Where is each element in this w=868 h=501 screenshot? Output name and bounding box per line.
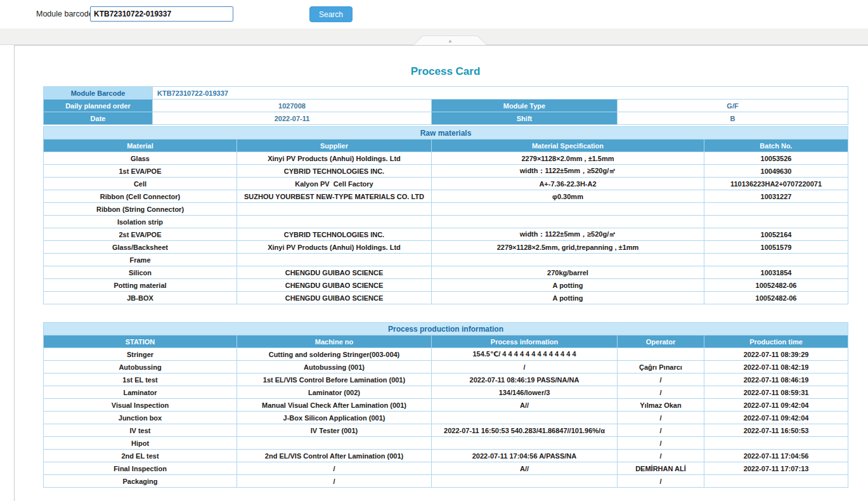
column-header: Process information <box>432 335 618 348</box>
table-cell <box>704 216 848 228</box>
table-cell: 110136223HA2+0707220071 <box>704 178 848 190</box>
column-header: Material Specification <box>432 140 704 152</box>
table-cell: A// <box>432 462 618 475</box>
table-cell: 2279×1128×2.0mm , ±1.5mm <box>432 152 704 165</box>
table-cell: / <box>618 412 704 424</box>
table-cell <box>432 254 704 266</box>
table-cell: Hipot <box>44 437 237 450</box>
table-cell: 2279×1128×2.5mm, grid,trepanning , ±1mm <box>432 241 704 254</box>
table-row: SiliconCHENGDU GUIBAO SCIENCE270kg/barre… <box>44 266 848 279</box>
table-cell <box>237 437 432 450</box>
table-cell: IV Tester (001) <box>237 424 432 437</box>
table-cell: 10052482-06 <box>704 279 848 292</box>
table-cell: 10053526 <box>704 152 848 165</box>
column-header: Machine no <box>237 335 432 348</box>
table-cell: A potting <box>432 292 704 304</box>
table-cell: JB-BOX <box>44 292 237 304</box>
table-header-row: STATIONMachine noProcess informationOper… <box>44 335 848 348</box>
table-cell: Çağrı Pınarcı <box>618 361 704 374</box>
table-row: 1st EL test1st EL/VIS Control Before Lam… <box>44 374 848 386</box>
table-cell: SUZHOU YOURBEST NEW-TYPE MATERIALS CO. L… <box>237 190 432 203</box>
table-cell: 2022-07-11 17:04:56 <box>704 450 848 462</box>
table-cell: Glass <box>44 152 237 165</box>
table-cell: CHENGDU GUIBAO SCIENCE <box>237 292 432 304</box>
table-cell: 10052164 <box>704 228 848 241</box>
table-cell: Isolation strip <box>44 216 237 228</box>
table-cell: 2022-07-11 16:50:53 <box>704 424 848 437</box>
table-row: Date 2022-07-11 Shift B <box>44 112 848 125</box>
table-cell: 2022-07-11 08:46:19 PASS/NA/NA <box>432 374 618 386</box>
table-cell: 2022-07-11 09:42:04 <box>704 399 848 412</box>
table-cell: / <box>618 475 704 488</box>
table-cell: 2022-07-11 08:42:19 <box>704 361 848 374</box>
table-cell: J-Box Silicon Application (001) <box>237 412 432 424</box>
raw-materials-rows: GlassXinyi PV Products (Anhui) Holdings.… <box>44 152 848 304</box>
table-cell: Kalyon PV Cell Factory <box>237 178 432 190</box>
module-info-table: Module Barcode KTB72310722-019337 Daily … <box>43 86 848 125</box>
table-cell: 2022-07-11 08:46:19 <box>704 374 848 386</box>
shift-label: Shift <box>432 112 618 125</box>
table-cell: CHENGDU GUIBAO SCIENCE <box>237 266 432 279</box>
table-row: Module Barcode KTB72310722-019337 <box>44 87 848 100</box>
table-cell: Frame <box>44 254 237 266</box>
table-cell: 2st EVA/POE <box>44 228 237 241</box>
table-cell: 10052482-06 <box>704 292 848 304</box>
table-cell: 2022-07-11 17:04:56 A/PASS/NA <box>432 450 618 462</box>
table-cell: / <box>618 424 704 437</box>
table-cell: 2nd EL test <box>44 450 237 462</box>
table-cell: 154.5℃/ 4 4 4 4 4 4 4 4 4 4 4 4 4 <box>432 348 618 361</box>
table-cell: 10051579 <box>704 241 848 254</box>
table-row: Ribbon (Cell Connector)SUZHOU YOURBEST N… <box>44 190 848 203</box>
table-cell: Manual Visual Check After Lamination (00… <box>237 399 432 412</box>
table-cell: / <box>618 374 704 386</box>
table-row: 2nd EL test2nd EL/VIS Control After Lami… <box>44 450 848 462</box>
column-header: Operator <box>618 335 704 348</box>
table-row: 1st EVA/POECYBRID TECHNOLOGIES INC.width… <box>44 165 848 178</box>
table-cell: Visual Inspection <box>44 399 237 412</box>
table-cell: 10031227 <box>704 190 848 203</box>
search-toolbar: Module barcode Search <box>0 0 868 29</box>
table-cell: / <box>237 475 432 488</box>
table-cell: / <box>432 361 618 374</box>
table-cell: Ribbon (Cell Connector) <box>44 190 237 203</box>
table-cell: 2022-07-11 08:59:31 <box>704 386 848 399</box>
table-cell: 2022-07-11 09:42:04 <box>704 412 848 424</box>
table-row: Ribbon (String Connector) <box>44 203 848 216</box>
column-header: Batch No. <box>704 140 848 152</box>
column-header: Production time <box>704 335 848 348</box>
table-cell <box>432 412 618 424</box>
table-cell: 10031854 <box>704 266 848 279</box>
table-cell: Silicon <box>44 266 237 279</box>
table-header-row: MaterialSupplierMaterial SpecificationBa… <box>44 140 848 152</box>
table-cell: 270kg/barrel <box>432 266 704 279</box>
table-row: Final Inspection/A//DEMİRHAN ALİ2022-07-… <box>44 462 848 475</box>
table-cell <box>432 437 618 450</box>
process-section-title: Process production information <box>44 323 848 335</box>
table-cell: CHENGDU GUIBAO SCIENCE <box>237 279 432 292</box>
table-cell: 1st EL/VIS Control Before Lamination (00… <box>237 374 432 386</box>
table-cell: A potting <box>432 279 704 292</box>
table-cell: Glass/Backsheet <box>44 241 237 254</box>
table-cell <box>432 475 618 488</box>
collapse-panel-handle[interactable]: ▲ <box>413 36 487 45</box>
table-cell <box>618 348 704 361</box>
table-cell: Packaging <box>44 475 237 488</box>
process-card-panel: Process Card Module Barcode KTB72310722-… <box>14 45 868 501</box>
column-header: Supplier <box>237 140 432 152</box>
table-row: Frame <box>44 254 848 266</box>
table-cell <box>704 254 848 266</box>
table-cell: 2022-07-11 16:50:53 540.283/41.86847//10… <box>432 424 618 437</box>
table-cell: Stringer <box>44 348 237 361</box>
table-row: StringerCutting and soldering Stringer(0… <box>44 348 848 361</box>
table-cell: 2022-07-11 17:07:13 <box>704 462 848 475</box>
module-barcode-input[interactable] <box>90 6 233 22</box>
table-row: AutobussingAutobussing (001)/Çağrı Pınar… <box>44 361 848 374</box>
table-row: Packaging// <box>44 475 848 488</box>
raw-materials-table: Raw materials MaterialSupplierMaterial S… <box>43 126 848 304</box>
table-cell <box>704 475 848 488</box>
table-row: JB-BOXCHENGDU GUIBAO SCIENCEA potting100… <box>44 292 848 304</box>
table-cell: A// <box>432 399 618 412</box>
search-button[interactable]: Search <box>309 6 353 22</box>
table-row: Raw materials <box>44 127 848 140</box>
table-row: Daily planned order 1027008 Module Type … <box>44 100 848 112</box>
